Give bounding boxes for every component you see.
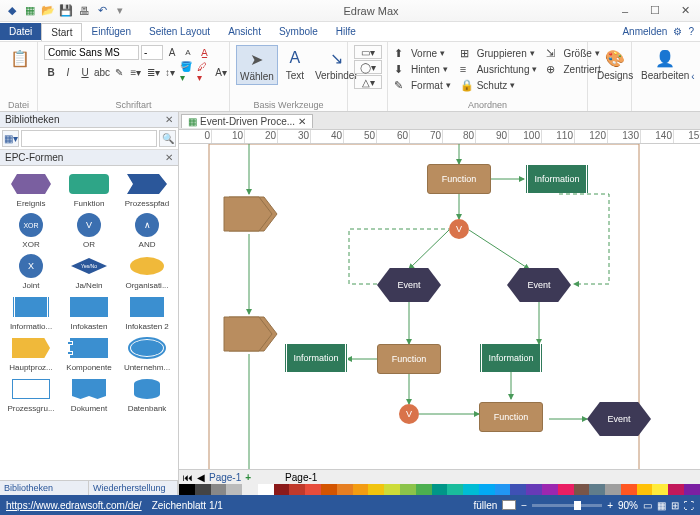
shape-unternehmen[interactable]: Unternehm... [118,335,176,372]
tab-symbols[interactable]: Symbole [270,23,327,40]
send-back-button[interactable]: ⬇Hinten▾ [394,61,451,77]
line-icon[interactable]: 🖊▾ [197,65,211,79]
font-shrink-icon[interactable]: A [181,45,195,59]
shape-ereignis[interactable]: Ereignis [2,171,60,208]
lib-drop-icon[interactable]: ▦▾ [2,130,19,147]
node-v1[interactable]: V [449,219,469,239]
epc-close-icon[interactable]: ✕ [165,152,173,163]
node-function1[interactable]: Function [427,164,491,194]
paste-button[interactable]: 📋 [6,45,34,71]
shape-prozesspfad[interactable]: Prozesspfad [118,171,176,208]
zoom-slider[interactable] [532,504,602,507]
format-button[interactable]: ✎Format▾ [394,77,451,93]
close-button[interactable]: ✕ [670,0,700,22]
tab-page-layout[interactable]: Seiten Layout [140,23,219,40]
login-link[interactable]: Anmelden [622,26,667,37]
shape-gallery2-icon[interactable]: ◯▾ [354,60,382,74]
footer-tab-libraries[interactable]: Bibliotheken [0,481,89,495]
qat-save-icon[interactable]: 💾 [58,3,74,19]
qat-open-icon[interactable]: 📂 [40,3,56,19]
color-bar[interactable] [179,484,700,495]
shape-xor[interactable]: XORXOR [2,212,60,249]
node-event3[interactable]: Event [587,402,651,436]
status-url[interactable]: https://www.edrawsoft.com/de/ [6,500,142,511]
settings-icon[interactable]: ⚙ [673,26,682,37]
node-event2[interactable]: Event [507,268,571,302]
bring-front-button[interactable]: ⬆Vorne▾ [394,45,451,61]
shape-janein[interactable]: Yes/NoJa/Nein [60,253,118,290]
doc-tab-close-icon[interactable]: ✕ [298,116,306,127]
node-event1[interactable]: Event [377,268,441,302]
shape-and[interactable]: ∧AND [118,212,176,249]
shape-gallery3-icon[interactable]: △▾ [354,75,382,89]
font-size-select[interactable] [141,45,163,60]
qat-undo-icon[interactable]: ↶ [94,3,110,19]
shape-gallery-icon[interactable]: ▭▾ [354,45,382,59]
zoom-in-icon[interactable]: + [607,500,613,511]
node-arrow2[interactable] [224,314,279,354]
bullet-icon[interactable]: ≡▾ [129,65,143,79]
qat-print-icon[interactable]: 🖶 [76,3,92,19]
maximize-button[interactable]: ☐ [640,0,670,22]
view-mode3-icon[interactable]: ⊞ [671,500,679,511]
tab-insert[interactable]: Einfügen [82,23,139,40]
node-function3[interactable]: Function [479,402,543,432]
font-case-icon[interactable]: A̲ [197,45,211,59]
tab-view[interactable]: Ansicht [219,23,270,40]
status-fill-swatch[interactable] [502,500,516,510]
view-mode1-icon[interactable]: ▭ [643,500,652,511]
tab-help[interactable]: Hilfe [327,23,365,40]
minimize-button[interactable]: – [610,0,640,22]
help-icon[interactable]: ? [688,26,694,37]
footer-tab-recovery[interactable]: Wiederherstellung [89,481,178,495]
group-button[interactable]: ⊞Gruppieren▾ [460,45,538,61]
align-button[interactable]: ≡Ausrichtung▾ [460,61,538,77]
shape-or[interactable]: VOR [60,212,118,249]
node-information1[interactable]: Information [525,165,589,193]
underline-button[interactable]: U [78,65,92,79]
shape-information[interactable]: Informatio... [2,294,60,331]
node-information3[interactable]: Information [479,344,543,372]
shape-komponente[interactable]: Komponente [60,335,118,372]
zoom-out-icon[interactable]: − [521,500,527,511]
shape-infokasten[interactable]: Infokasten [60,294,118,331]
page-add-button[interactable]: + [245,472,251,483]
select-tool[interactable]: ➤Wählen [236,45,278,85]
protect-button[interactable]: 🔒Schutz▾ [460,77,538,93]
page-back-icon[interactable]: ◀ [197,472,205,483]
shape-prozessgruppe[interactable]: Prozessgru... [2,376,60,413]
tab-start[interactable]: Start [41,23,82,41]
canvas[interactable]: Function Information V Event Event Infor… [179,144,700,469]
designs-button[interactable]: 🎨Designs [594,45,636,83]
bold-button[interactable]: B [44,65,58,79]
strike-button[interactable]: abc [95,65,109,79]
node-v2[interactable]: V [399,404,419,424]
text-tool[interactable]: AText [281,45,309,83]
font-grow-icon[interactable]: A [165,45,179,59]
shape-organisation[interactable]: Organisati... [118,253,176,290]
lib-search-input[interactable] [21,130,157,147]
page-tab-2[interactable]: Page-1 [285,472,317,483]
search-icon[interactable]: 🔍 [159,130,176,147]
font-name-select[interactable] [44,45,139,60]
shape-dokument[interactable]: Dokument [60,376,118,413]
document-tab[interactable]: ▦Event-Driven Proce...✕ [181,114,313,128]
shape-datenbank[interactable]: Datenbank [118,376,176,413]
italic-button[interactable]: I [61,65,75,79]
view-mode4-icon[interactable]: ⛶ [684,500,694,511]
qat-new-icon[interactable]: ▦ [22,3,38,19]
page-prev-icon[interactable]: ⏮ [183,472,193,483]
view-mode2-icon[interactable]: ▦ [657,500,666,511]
fill-icon[interactable]: 🪣▾ [180,65,194,79]
list-icon[interactable]: ≣▾ [146,65,160,79]
spacing-icon[interactable]: ↕▾ [163,65,177,79]
shape-infokasten2[interactable]: Infokasten 2 [118,294,176,331]
qat-more-icon[interactable]: ▾ [112,3,128,19]
highlight-icon[interactable]: ✎ [112,65,126,79]
lib-close-icon[interactable]: ✕ [165,114,173,125]
edit-button[interactable]: 👤Bearbeiten [638,45,692,83]
fontcolor-icon[interactable]: A▾ [214,65,228,79]
node-information2[interactable]: Information [284,344,348,372]
node-function2[interactable]: Function [377,344,441,374]
tab-file[interactable]: Datei [0,23,41,40]
